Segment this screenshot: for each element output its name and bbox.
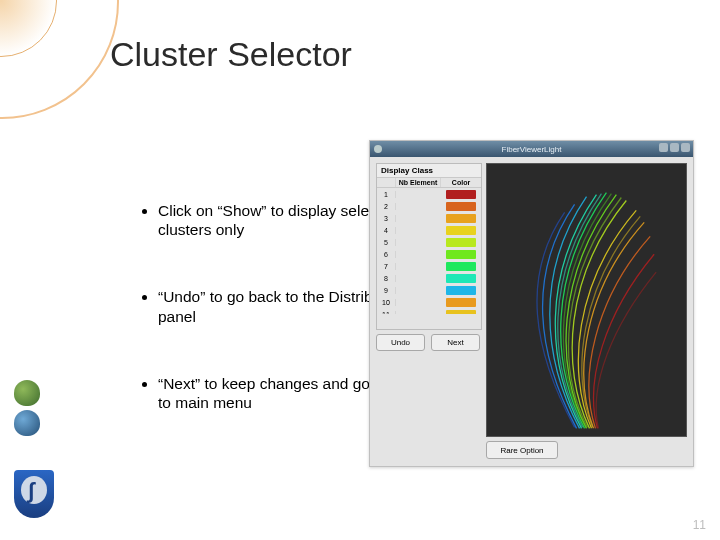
row-color <box>441 238 481 247</box>
row-color <box>441 214 481 223</box>
panel-title: Display Class <box>377 164 481 178</box>
row-index: 1 <box>377 191 396 198</box>
color-swatch <box>446 202 476 211</box>
row-index: 6 <box>377 251 396 258</box>
row-color <box>441 202 481 211</box>
panel-rows: 1234567891011 <box>377 188 481 314</box>
panel-header-row: Nb Element Color <box>377 178 481 188</box>
col-header-index <box>377 178 396 187</box>
niral-logo <box>14 380 74 418</box>
fiber-render <box>487 164 686 436</box>
head-icon <box>14 470 54 518</box>
color-swatch <box>446 262 476 271</box>
head-logo <box>14 470 58 520</box>
window-controls <box>659 143 690 152</box>
row-color <box>441 310 481 315</box>
col-header-nb: Nb Element <box>396 178 441 187</box>
row-index: 5 <box>377 239 396 246</box>
col-header-color: Color <box>441 178 481 187</box>
color-swatch <box>446 238 476 247</box>
row-index: 8 <box>377 275 396 282</box>
color-swatch <box>446 286 476 295</box>
next-button[interactable]: Next <box>431 334 480 351</box>
row-color <box>441 274 481 283</box>
table-row[interactable]: 10 <box>377 296 481 308</box>
row-index: 4 <box>377 227 396 234</box>
window-titlebar: FiberViewerLight <box>370 141 693 157</box>
page-title: Cluster Selector <box>110 35 352 74</box>
color-swatch <box>446 226 476 235</box>
color-swatch <box>446 214 476 223</box>
table-row[interactable]: 8 <box>377 272 481 284</box>
table-row[interactable]: 4 <box>377 224 481 236</box>
page-number: 11 <box>693 518 706 532</box>
table-row[interactable]: 6 <box>377 248 481 260</box>
table-row[interactable]: 3 <box>377 212 481 224</box>
table-row[interactable]: 9 <box>377 284 481 296</box>
table-row[interactable]: 1 <box>377 188 481 200</box>
table-row[interactable]: 11 <box>377 308 481 314</box>
color-swatch <box>446 298 476 307</box>
display-class-panel: Display Class Nb Element Color 123456789… <box>376 163 482 330</box>
bullet-list: Click on “Show” to display selected clus… <box>100 201 410 461</box>
close-icon[interactable] <box>681 143 690 152</box>
row-color <box>441 286 481 295</box>
color-swatch <box>446 250 476 259</box>
color-swatch <box>446 274 476 283</box>
fiber-viewer[interactable] <box>486 163 687 437</box>
row-index: 11 <box>377 311 396 315</box>
brain-icon <box>14 380 40 406</box>
rare-option-button[interactable]: Rare Option <box>486 441 558 459</box>
row-index: 10 <box>377 299 396 306</box>
row-index: 2 <box>377 203 396 210</box>
window-body: Display Class Nb Element Color 123456789… <box>370 157 693 466</box>
app-screenshot: FiberViewerLight Display Class Nb Elemen… <box>369 140 694 467</box>
minimize-icon[interactable] <box>659 143 668 152</box>
panel-buttons: Undo Next <box>376 334 480 351</box>
window-title: FiberViewerLight <box>502 145 562 154</box>
color-swatch <box>446 190 476 199</box>
brain-icon <box>14 410 40 436</box>
window-menu-icon[interactable] <box>374 145 382 153</box>
undo-button[interactable]: Undo <box>376 334 425 351</box>
table-row[interactable]: 2 <box>377 200 481 212</box>
color-swatch <box>446 310 476 315</box>
row-color <box>441 190 481 199</box>
maximize-icon[interactable] <box>670 143 679 152</box>
row-color <box>441 298 481 307</box>
row-color <box>441 262 481 271</box>
row-index: 3 <box>377 215 396 222</box>
row-index: 7 <box>377 263 396 270</box>
table-row[interactable]: 7 <box>377 260 481 272</box>
row-index: 9 <box>377 287 396 294</box>
row-color <box>441 250 481 259</box>
table-row[interactable]: 5 <box>377 236 481 248</box>
row-color <box>441 226 481 235</box>
